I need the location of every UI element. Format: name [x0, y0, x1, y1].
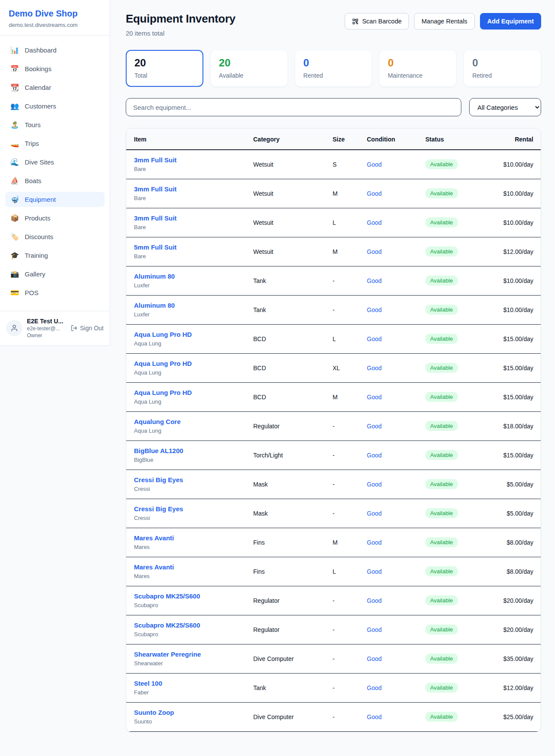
sidebar-nav-item[interactable]: 🌊 Dive Sites: [5, 154, 104, 170]
item-name-link[interactable]: 3mm Full Suit: [134, 185, 253, 193]
scan-barcode-label: Scan Barcode: [362, 18, 402, 25]
item-name-link[interactable]: Cressi Big Eyes: [134, 505, 253, 513]
item-condition-link[interactable]: Good: [367, 208, 425, 237]
column-header-rental: Rental: [486, 128, 541, 150]
sidebar-nav: 📊 Dashboard 📅 Bookings 📆 Calendar 👥 Cust…: [0, 36, 110, 308]
sidebar-nav-item[interactable]: 📸 Gallery: [5, 266, 104, 282]
table-row: BigBlue AL1200 BigBlue Torch/Light - Goo…: [126, 441, 541, 470]
item-condition-link[interactable]: Good: [367, 470, 425, 499]
item-rental-rate: $5.00/day: [486, 470, 541, 499]
column-header-category: Category: [253, 128, 333, 150]
item-condition-link[interactable]: Good: [367, 499, 425, 528]
item-condition-link[interactable]: Good: [367, 703, 425, 732]
item-size: -: [333, 703, 367, 732]
sidebar-nav-item[interactable]: 📆 Calendar: [5, 80, 104, 95]
item-name-link[interactable]: Aqualung Core: [134, 418, 253, 425]
nav-item-icon: 🤿: [10, 196, 19, 203]
stat-card[interactable]: 20 Available: [210, 50, 288, 87]
nav-item-label: Products: [25, 214, 50, 222]
item-size: S: [333, 150, 367, 179]
nav-item-icon: 🏷️: [10, 233, 19, 240]
item-name-link[interactable]: 5mm Full Suit: [134, 243, 253, 251]
stat-card[interactable]: 20 Total: [126, 50, 203, 87]
item-size: -: [333, 441, 367, 470]
category-select[interactable]: All Categories: [469, 98, 541, 116]
manage-rentals-label: Manage Rentals: [421, 18, 467, 25]
status-badge: Available: [425, 276, 458, 286]
nav-item-label: Dashboard: [25, 46, 56, 54]
item-name-link[interactable]: Mares Avanti: [134, 534, 253, 542]
item-condition-link[interactable]: Good: [367, 412, 425, 441]
sidebar-nav-item[interactable]: 📊 Dashboard: [5, 43, 104, 58]
item-name-link[interactable]: Scubapro MK25/S600: [134, 621, 253, 629]
item-name-link[interactable]: Aluminum 80: [134, 302, 253, 309]
add-equipment-button[interactable]: Add Equipment: [480, 13, 541, 30]
item-condition-link[interactable]: Good: [367, 325, 425, 354]
sidebar-nav-item[interactable]: ⛵ Boats: [5, 173, 104, 188]
main-content: Equipment Inventory 20 items total Scan …: [110, 0, 555, 748]
stat-card[interactable]: 0 Retired: [464, 50, 541, 87]
item-name-link[interactable]: Shearwater Peregrine: [134, 651, 253, 658]
item-condition-link[interactable]: Good: [367, 179, 425, 208]
status-badge: Available: [425, 566, 458, 576]
stat-value: 0: [304, 57, 364, 69]
item-size: M: [333, 383, 367, 412]
item-condition-link[interactable]: Good: [367, 586, 425, 615]
item-condition-link[interactable]: Good: [367, 528, 425, 557]
status-badge: Available: [425, 479, 458, 489]
item-size: -: [333, 296, 367, 325]
item-condition-link[interactable]: Good: [367, 383, 425, 412]
sidebar-nav-item[interactable]: 🏝️ Tours: [5, 117, 104, 132]
scan-barcode-button[interactable]: Scan Barcode: [345, 13, 409, 30]
item-name-link[interactable]: Suunto Zoop: [134, 709, 253, 716]
item-name-link[interactable]: Aqua Lung Pro HD: [134, 389, 253, 396]
item-condition-link[interactable]: Good: [367, 150, 425, 179]
stat-value: 0: [388, 57, 448, 69]
item-name-link[interactable]: Steel 100: [134, 680, 253, 687]
item-name-link[interactable]: Aluminum 80: [134, 273, 253, 280]
item-name-link[interactable]: 3mm Full Suit: [134, 214, 253, 222]
stat-card[interactable]: 0 Maintenance: [379, 50, 457, 87]
item-brand: Faber: [134, 689, 253, 696]
stat-card[interactable]: 0 Rented: [295, 50, 372, 87]
column-header-status: Status: [425, 128, 486, 150]
item-name-link[interactable]: 3mm Full Suit: [134, 156, 253, 164]
item-rental-rate: $25.00/day: [486, 703, 541, 732]
item-name-link[interactable]: BigBlue AL1200: [134, 447, 253, 454]
manage-rentals-button[interactable]: Manage Rentals: [414, 13, 475, 30]
sidebar-nav-item[interactable]: 👥 Customers: [5, 99, 104, 114]
item-name-link[interactable]: Cressi Big Eyes: [134, 476, 253, 483]
sidebar-nav-item[interactable]: 🚤 Trips: [5, 136, 104, 151]
item-condition-link[interactable]: Good: [367, 441, 425, 470]
sidebar-nav-item[interactable]: 💳 POS: [5, 285, 104, 300]
brand-name: Demo Dive Shop: [9, 9, 101, 19]
sidebar-nav-item[interactable]: 📅 Bookings: [5, 61, 104, 76]
sign-out-button[interactable]: Sign Out: [71, 325, 104, 332]
item-size: -: [333, 674, 367, 703]
status-badge: Available: [425, 188, 458, 198]
sidebar-nav-item[interactable]: 🎓 Training: [5, 248, 104, 263]
item-name-link[interactable]: Aqua Lung Pro HD: [134, 331, 253, 338]
sidebar-nav-item[interactable]: 🤿 Equipment: [5, 192, 104, 207]
brand-domain: demo.test.divestreams.com: [9, 22, 101, 28]
brand-block: Demo Dive Shop demo.test.divestreams.com: [0, 0, 110, 36]
item-category: Regulator: [253, 586, 333, 615]
item-name-link[interactable]: Mares Avanti: [134, 563, 253, 571]
item-condition-link[interactable]: Good: [367, 557, 425, 586]
item-name-link[interactable]: Scubapro MK25/S600: [134, 592, 253, 600]
item-condition-link[interactable]: Good: [367, 266, 425, 296]
item-condition-link[interactable]: Good: [367, 354, 425, 383]
item-condition-link[interactable]: Good: [367, 296, 425, 325]
sidebar-nav-item[interactable]: 🏷️ Discounts: [5, 229, 104, 244]
item-condition-link[interactable]: Good: [367, 237, 425, 266]
nav-item-label: Calendar: [25, 84, 51, 91]
item-name-link[interactable]: Aqua Lung Pro HD: [134, 360, 253, 367]
item-condition-link[interactable]: Good: [367, 615, 425, 644]
table-row: Cressi Big Eyes Cressi Mask - Good Avail…: [126, 499, 541, 528]
sidebar-nav-item[interactable]: 📦 Products: [5, 210, 104, 226]
item-brand: Aqua Lung: [134, 369, 253, 376]
item-rental-rate: $15.00/day: [486, 383, 541, 412]
search-input[interactable]: [126, 98, 461, 116]
item-condition-link[interactable]: Good: [367, 674, 425, 703]
item-condition-link[interactable]: Good: [367, 644, 425, 674]
